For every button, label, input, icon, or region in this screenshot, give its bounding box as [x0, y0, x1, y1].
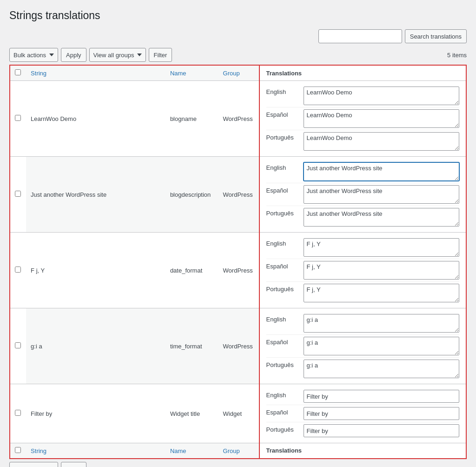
cell-string: g:i a [26, 308, 165, 384]
strings-table: String Name Group Translations LearnWoo … [10, 66, 466, 458]
cell-string: F j, Y [26, 233, 165, 308]
translation-textarea[interactable] [304, 337, 460, 355]
apply-button-bottom[interactable]: Apply [61, 462, 86, 467]
search-translations-button[interactable]: Search translations [405, 29, 467, 43]
translation-lang-label: Português [266, 208, 299, 217]
translation-row: Português [266, 357, 460, 380]
cell-name: blogdescription [165, 157, 218, 233]
col-header-translations: Translations [259, 66, 466, 81]
translation-row: English [266, 160, 460, 183]
table-row: Just another WordPress siteblogdescripti… [10, 157, 466, 233]
cell-translations: EnglishEspañolPortuguês [259, 233, 466, 308]
translation-lang-label: Español [266, 261, 299, 270]
row-checkbox[interactable] [15, 410, 21, 416]
translation-textarea[interactable] [304, 314, 460, 333]
row-checkbox[interactable] [15, 342, 21, 348]
cell-name: Widget title [165, 384, 218, 443]
translation-row: English [266, 85, 460, 107]
translation-row: Español [266, 183, 460, 206]
translation-row: Español [266, 259, 460, 281]
translation-row: Español [266, 107, 460, 130]
page-title: Strings translations [9, 9, 467, 22]
search-bar: Search translations [9, 29, 467, 43]
bulk-actions-select-bottom[interactable]: Bulk actions [9, 462, 58, 467]
translation-lang-label: English [266, 314, 299, 323]
translation-textarea[interactable] [304, 360, 460, 378]
translation-lang-label: English [266, 162, 299, 171]
bulk-actions-select-top[interactable]: Bulk actions [9, 48, 58, 62]
cell-translations: EnglishEspañolPortuguês [259, 157, 466, 233]
footer-col-group[interactable]: Group [223, 447, 240, 454]
row-checkbox[interactable] [15, 191, 21, 197]
cell-string: Just another WordPress site [26, 157, 165, 233]
footer-col-name[interactable]: Name [170, 447, 186, 454]
translation-row: Español [266, 405, 460, 422]
translation-textarea[interactable] [304, 185, 460, 204]
translation-textarea[interactable] [304, 261, 460, 280]
translation-row: Português [266, 206, 460, 228]
search-input[interactable] [318, 29, 402, 43]
items-count-bottom: 5 items [447, 466, 467, 467]
filter-button[interactable]: Filter [149, 48, 172, 62]
table-row: Filter byWidget titleWidgetEnglishEspaño… [10, 384, 466, 443]
cell-string: LearnWoo Demo [26, 81, 165, 157]
col-header-string[interactable]: String [26, 66, 165, 81]
top-action-bar: Bulk actions Apply View all groups Filte… [9, 48, 467, 62]
translation-lang-label: Português [266, 360, 299, 368]
translation-input[interactable] [304, 390, 460, 403]
translation-lang-label: Español [266, 185, 299, 194]
translation-lang-label: Español [266, 337, 299, 346]
translation-textarea[interactable] [304, 284, 460, 302]
translation-row: Español [266, 334, 460, 357]
items-count-top: 5 items [447, 52, 467, 59]
col-header-group[interactable]: Group [218, 66, 259, 81]
translation-textarea[interactable] [304, 132, 460, 151]
translation-lang-label: Español [266, 407, 299, 416]
translation-textarea[interactable] [304, 109, 460, 128]
table-row: LearnWoo DemoblognameWordPressEnglishEsp… [10, 81, 466, 157]
translation-lang-label: English [266, 238, 299, 247]
cell-translations: EnglishEspañolPortuguês [259, 308, 466, 384]
cell-translations: EnglishEspañolPortuguês [259, 81, 466, 157]
table-row: F j, Ydate_formatWordPressEnglishEspañol… [10, 233, 466, 308]
translation-input[interactable] [304, 424, 460, 437]
select-all-checkbox[interactable] [15, 69, 21, 75]
table-footer-row: String Name Group Translations [10, 443, 466, 459]
footer-col-string[interactable]: String [31, 447, 46, 454]
cell-group: WordPress [218, 308, 259, 384]
select-all-checkbox-bottom[interactable] [15, 447, 21, 453]
col-header-name[interactable]: Name [165, 66, 218, 81]
table-header-row: String Name Group Translations [10, 66, 466, 81]
cell-name: blogname [165, 81, 218, 157]
cell-group: WordPress [218, 157, 259, 233]
cell-name: time_format [165, 308, 218, 384]
cell-string: Filter by [26, 384, 165, 443]
cell-group: WordPress [218, 233, 259, 308]
translation-row: English [266, 312, 460, 334]
translation-row: English [266, 388, 460, 405]
translation-textarea[interactable] [304, 87, 460, 105]
translation-lang-label: Português [266, 284, 299, 293]
cell-group: Widget [218, 384, 259, 443]
translation-lang-label: Español [266, 109, 299, 118]
apply-button-top[interactable]: Apply [61, 48, 86, 62]
row-checkbox[interactable] [15, 267, 21, 273]
row-checkbox[interactable] [15, 115, 21, 121]
main-table-wrapper: String Name Group Translations LearnWoo … [9, 65, 467, 459]
translation-textarea[interactable] [304, 238, 460, 257]
translation-lang-label: Português [266, 132, 299, 141]
translation-row: English [266, 236, 460, 259]
translation-row: Português [266, 130, 460, 153]
translation-textarea[interactable] [304, 208, 460, 227]
table-row: g:i atime_formatWordPressEnglishEspañolP… [10, 308, 466, 384]
translation-textarea[interactable] [304, 162, 460, 181]
view-all-groups-select[interactable]: View all groups [89, 48, 146, 62]
translation-row: Português [266, 281, 460, 304]
cell-group: WordPress [218, 81, 259, 157]
cell-translations: EnglishEspañolPortuguês [259, 384, 466, 443]
footer-col-translations: Translations [266, 447, 302, 454]
translation-row: Português [266, 422, 460, 439]
translation-input[interactable] [304, 407, 460, 420]
bottom-action-bar: Bulk actions Apply 5 items [9, 462, 467, 467]
cell-name: date_format [165, 233, 218, 308]
